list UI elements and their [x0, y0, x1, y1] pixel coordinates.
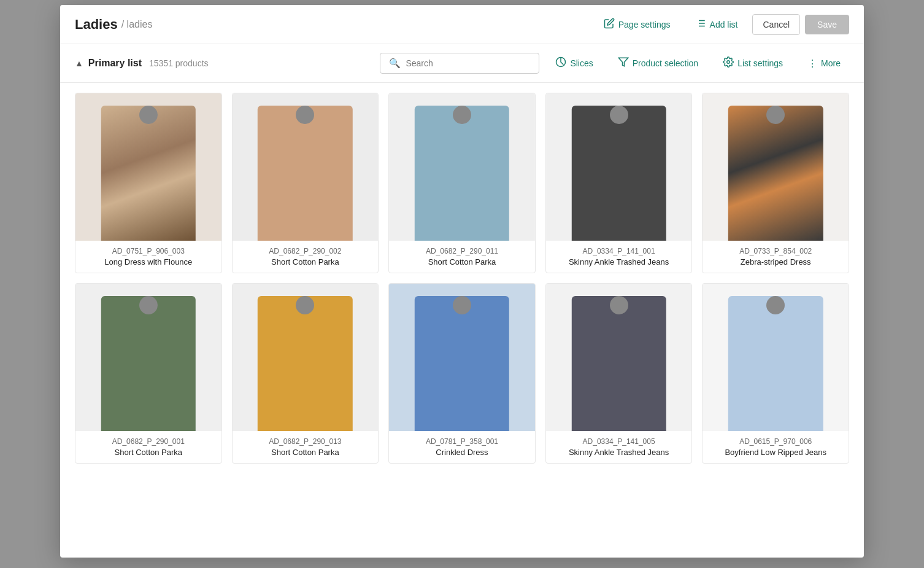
product-id: AD_0682_P_290_002 — [240, 247, 371, 255]
product-figure — [101, 296, 196, 431]
slices-button[interactable]: Slices — [547, 52, 601, 75]
product-figure — [258, 296, 352, 431]
product-info: AD_0751_P_906_003 Long Dress with Flounc… — [75, 241, 221, 273]
product-card[interactable]: AD_0682_P_290_002 Short Cotton Parka — [232, 93, 379, 273]
more-button[interactable]: ⋮ More — [799, 53, 849, 74]
page-settings-icon — [604, 18, 615, 31]
product-info: AD_0682_P_290_001 Short Cotton Parka — [75, 431, 221, 463]
product-selection-label: Product selection — [633, 58, 698, 68]
product-head — [766, 296, 785, 314]
product-card[interactable]: AD_0334_P_141_005 Skinny Ankle Trashed J… — [545, 283, 693, 464]
product-head — [296, 296, 314, 314]
list-toolbar: ▲ Primary list 15351 products 🔍 Slices — [60, 44, 864, 83]
product-head — [139, 106, 158, 124]
add-list-icon — [695, 18, 706, 31]
product-id: AD_0615_P_970_006 — [710, 437, 841, 446]
product-figure — [101, 106, 196, 241]
primary-list-label: Primary list — [88, 58, 142, 69]
modal-title: Ladies — [75, 17, 118, 33]
product-grid-container[interactable]: AD_0751_P_906_003 Long Dress with Flounc… — [60, 83, 864, 558]
product-image — [75, 284, 221, 431]
product-id: AD_0334_P_141_001 — [553, 247, 685, 255]
product-id: AD_0781_P_358_001 — [396, 437, 528, 446]
product-id: AD_0751_P_906_003 — [83, 247, 214, 255]
product-figure — [571, 296, 666, 431]
product-head — [610, 106, 628, 124]
product-figure — [728, 296, 823, 431]
chevron-up-icon: ▲ — [75, 58, 83, 68]
product-card[interactable]: AD_0682_P_290_011 Short Cotton Parka — [388, 93, 536, 273]
product-card[interactable]: AD_0334_P_141_001 Skinny Ankle Trashed J… — [545, 93, 693, 273]
product-head — [453, 106, 471, 124]
product-image — [75, 93, 221, 241]
save-button[interactable]: Save — [805, 15, 849, 34]
gear-icon — [723, 56, 734, 70]
cancel-button[interactable]: Cancel — [752, 14, 800, 35]
slices-label: Slices — [570, 58, 593, 68]
modal: Ladies / ladies Page settings — [60, 5, 864, 558]
svg-marker-7 — [618, 58, 628, 66]
product-image — [546, 93, 692, 241]
product-name: Skinny Ankle Trashed Jeans — [553, 448, 685, 457]
product-head — [610, 296, 628, 314]
product-id: AD_0682_P_290_011 — [396, 247, 528, 255]
product-image — [233, 284, 379, 431]
product-count: 15351 products — [149, 58, 209, 68]
product-id: AD_0682_P_290_001 — [83, 437, 214, 446]
product-card[interactable]: AD_0733_P_854_002 Zebra-striped Dress — [702, 93, 849, 273]
slices-icon — [555, 56, 566, 70]
product-card[interactable]: AD_0682_P_290_013 Short Cotton Parka — [232, 283, 379, 464]
add-list-label: Add list — [710, 20, 738, 29]
add-list-button[interactable]: Add list — [685, 13, 748, 36]
product-image — [389, 284, 535, 431]
product-figure — [728, 106, 823, 241]
svg-point-8 — [727, 61, 730, 64]
product-info: AD_0682_P_290_013 Short Cotton Parka — [233, 431, 379, 463]
product-head — [296, 106, 314, 124]
modal-header: Ladies / ladies Page settings — [60, 5, 864, 44]
page-settings-label: Page settings — [618, 20, 671, 29]
product-figure — [571, 106, 666, 241]
search-input[interactable] — [406, 58, 530, 68]
product-info: AD_0733_P_854_002 Zebra-striped Dress — [703, 241, 849, 273]
page-settings-button[interactable]: Page settings — [594, 13, 680, 36]
filter-icon — [618, 56, 629, 70]
product-image — [389, 93, 535, 241]
product-info: AD_0334_P_141_005 Skinny Ankle Trashed J… — [546, 431, 692, 463]
list-toggle[interactable]: ▲ Primary list — [75, 58, 142, 69]
product-image — [233, 93, 379, 241]
product-card[interactable]: AD_0781_P_358_001 Crinkled Dress — [388, 283, 536, 464]
product-head — [453, 296, 471, 314]
product-info: AD_0682_P_290_002 Short Cotton Parka — [233, 241, 379, 273]
product-head — [766, 106, 785, 124]
search-icon: 🔍 — [389, 58, 401, 69]
product-info: AD_0682_P_290_011 Short Cotton Parka — [389, 241, 535, 273]
product-card[interactable]: AD_0615_P_970_006 Boyfriend Low Ripped J… — [702, 283, 849, 464]
product-id: AD_0334_P_141_005 — [553, 437, 685, 446]
list-settings-button[interactable]: List settings — [714, 52, 791, 75]
product-info: AD_0334_P_141_001 Skinny Ankle Trashed J… — [546, 241, 692, 273]
product-name: Crinkled Dress — [396, 448, 528, 457]
product-info: AD_0615_P_970_006 Boyfriend Low Ripped J… — [703, 431, 849, 463]
product-name: Short Cotton Parka — [83, 448, 214, 457]
product-name: Short Cotton Parka — [240, 448, 371, 457]
product-card[interactable]: AD_0682_P_290_001 Short Cotton Parka — [75, 283, 222, 464]
product-card[interactable]: AD_0751_P_906_003 Long Dress with Flounc… — [75, 93, 222, 273]
product-figure — [258, 106, 352, 241]
product-grid: AD_0751_P_906_003 Long Dress with Flounc… — [75, 93, 849, 464]
product-figure — [415, 296, 509, 431]
search-box[interactable]: 🔍 — [380, 53, 539, 74]
modal-overlay: Ladies / ladies Page settings — [0, 0, 924, 568]
product-selection-button[interactable]: Product selection — [609, 52, 707, 75]
product-image — [546, 284, 692, 431]
modal-header-actions: Page settings Add list — [594, 13, 849, 36]
list-settings-label: List settings — [737, 58, 783, 68]
modal-subtitle: / ladies — [121, 19, 153, 30]
more-dots-icon: ⋮ — [807, 58, 817, 69]
more-label: More — [821, 58, 841, 68]
product-name: Short Cotton Parka — [240, 257, 371, 266]
product-figure — [415, 106, 509, 241]
product-name: Short Cotton Parka — [396, 257, 528, 266]
product-head — [139, 296, 158, 314]
product-name: Skinny Ankle Trashed Jeans — [553, 257, 685, 266]
